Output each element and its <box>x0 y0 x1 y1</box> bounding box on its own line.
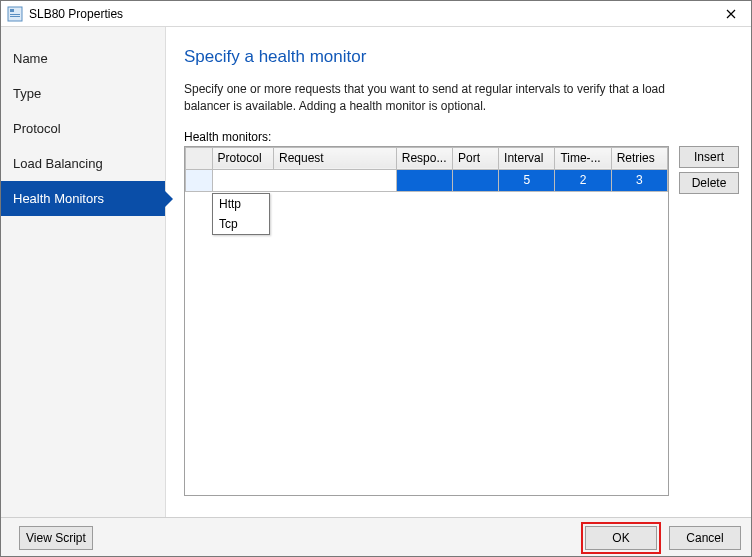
app-icon <box>7 6 23 22</box>
sidebar-item-name[interactable]: Name <box>1 41 165 76</box>
delete-button[interactable]: Delete <box>679 172 739 194</box>
window-title: SLB80 Properties <box>29 7 123 21</box>
cell-port[interactable] <box>453 169 499 191</box>
sidebar-item-load-balancing[interactable]: Load Balancing <box>1 146 165 181</box>
row-header[interactable] <box>186 169 213 191</box>
protocol-dropdown[interactable]: Http Tcp <box>212 193 270 235</box>
grid-label: Health monitors: <box>184 130 739 144</box>
request-input[interactable] <box>274 170 396 191</box>
page-description: Specify one or more requests that you wa… <box>184 81 704 116</box>
col-interval[interactable]: Interval <box>499 147 555 169</box>
close-button[interactable] <box>711 1 751 27</box>
cell-retries[interactable]: 3 <box>611 169 667 191</box>
sidebar-item-type[interactable]: Type <box>1 76 165 111</box>
cell-response[interactable] <box>396 169 452 191</box>
page-heading: Specify a health monitor <box>184 47 739 67</box>
col-protocol[interactable]: Protocol <box>212 147 273 169</box>
sidebar-item-health-monitors[interactable]: Health Monitors <box>1 181 165 216</box>
grid-row[interactable]: ▾ 5 2 3 <box>186 169 668 191</box>
titlebar: SLB80 Properties <box>1 1 751 27</box>
cell-interval[interactable]: 5 <box>499 169 555 191</box>
svg-rect-3 <box>10 16 20 17</box>
col-retries[interactable]: Retries <box>611 147 667 169</box>
view-script-button[interactable]: View Script <box>19 526 93 550</box>
footer: View Script OK Cancel <box>1 517 751 557</box>
col-port[interactable]: Port <box>453 147 499 169</box>
health-monitors-grid[interactable]: Protocol Request Respo... Port Interval … <box>184 146 669 496</box>
sidebar: Name Type Protocol Load Balancing Health… <box>1 27 166 517</box>
col-response[interactable]: Respo... <box>396 147 452 169</box>
grid-corner <box>186 147 213 169</box>
cell-protocol[interactable]: ▾ <box>212 169 273 191</box>
cell-request[interactable] <box>273 169 396 191</box>
ok-button[interactable]: OK <box>585 526 657 550</box>
col-timeout[interactable]: Time-... <box>555 147 611 169</box>
ok-highlight: OK <box>581 522 661 554</box>
cell-timeout[interactable]: 2 <box>555 169 611 191</box>
dropdown-option-http[interactable]: Http <box>213 194 269 214</box>
dropdown-option-tcp[interactable]: Tcp <box>213 214 269 234</box>
cancel-button[interactable]: Cancel <box>669 526 741 550</box>
insert-button[interactable]: Insert <box>679 146 739 168</box>
svg-rect-2 <box>10 14 20 15</box>
col-request[interactable]: Request <box>273 147 396 169</box>
main-panel: Specify a health monitor Specify one or … <box>166 27 751 517</box>
svg-rect-1 <box>10 9 14 12</box>
sidebar-item-protocol[interactable]: Protocol <box>1 111 165 146</box>
